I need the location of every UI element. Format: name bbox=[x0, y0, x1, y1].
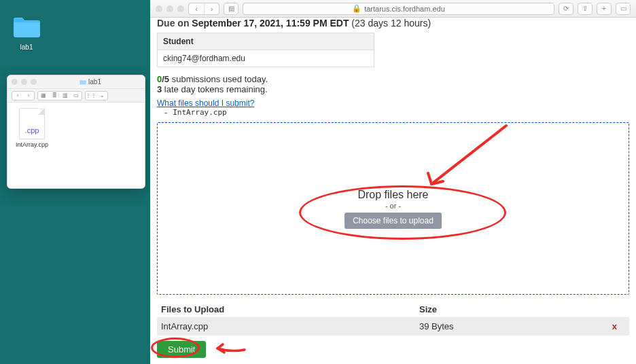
due-line: Due on September 17, 2021, 11:59 PM EDT … bbox=[157, 18, 629, 29]
address-bar[interactable]: 🔒 tartarus.cis.fordham.edu bbox=[243, 3, 554, 15]
cpp-file-icon: .cpp bbox=[19, 108, 45, 139]
student-value: cking74@fordham.edu bbox=[157, 50, 374, 67]
icon-view-icon[interactable]: ▦ bbox=[38, 92, 49, 100]
file-label: IntArray.cpp bbox=[13, 141, 51, 148]
page-content: Due on September 17, 2021, 11:59 PM EDT … bbox=[150, 18, 636, 364]
chevron-left-icon[interactable]: ‹ bbox=[12, 92, 23, 100]
choose-files-button[interactable]: Choose files to upload bbox=[344, 213, 442, 229]
reload-icon[interactable]: ⟳ bbox=[559, 3, 573, 15]
student-box: Student cking74@fordham.edu bbox=[157, 33, 374, 67]
chevron-right-icon[interactable]: › bbox=[23, 92, 34, 100]
finder-window: lab1 ‹ › ▦ ≣ ▥ ▭ ⋮⋮ ⌄ .cpp bbox=[7, 75, 145, 189]
col-header-size: Size bbox=[419, 304, 569, 314]
window-zoom-icon[interactable] bbox=[31, 79, 37, 85]
new-tab-icon[interactable]: + bbox=[597, 3, 612, 15]
student-header: Student bbox=[157, 33, 374, 50]
row-file-size: 39 Bytes bbox=[419, 321, 569, 331]
desktop-folder-label: lab1 bbox=[10, 43, 43, 51]
sidebar-toggle-icon[interactable]: ▤ bbox=[224, 3, 238, 15]
tabs-overview-icon[interactable]: ▭ bbox=[616, 3, 631, 15]
expected-file: - IntArray.cpp bbox=[164, 108, 629, 117]
finder-title-text: lab1 bbox=[88, 78, 101, 86]
finder-view-segment[interactable]: ▦ ≣ ▥ ▭ bbox=[37, 91, 82, 101]
window-close-icon[interactable] bbox=[156, 5, 162, 12]
desktop-folder-lab1[interactable]: lab1 bbox=[10, 16, 43, 51]
file-item-intarray[interactable]: .cpp IntArray.cpp bbox=[13, 108, 51, 148]
dropzone-title: Drop files here bbox=[357, 189, 428, 201]
desktop-background: lab1 lab1 ‹ › ▦ ≣ ▥ ▭ bbox=[0, 0, 150, 364]
safari-nav-segment[interactable]: ‹ › bbox=[188, 3, 219, 15]
folder-icon bbox=[12, 16, 41, 38]
window-minimize-icon[interactable] bbox=[21, 79, 27, 85]
dropzone-or: - or - bbox=[385, 202, 401, 210]
group-icon[interactable]: ⋮⋮ bbox=[86, 92, 96, 100]
help-link[interactable]: What files should I submit? bbox=[157, 98, 629, 108]
safari-window: ‹ › ▤ 🔒 tartarus.cis.fordham.edu ⟳ ⇪ + ▭… bbox=[150, 0, 636, 364]
table-row: IntArray.cpp 39 Bytes x bbox=[157, 317, 629, 335]
list-view-icon[interactable]: ≣ bbox=[49, 92, 60, 100]
safari-toolbar: ‹ › ▤ 🔒 tartarus.cis.fordham.edu ⟳ ⇪ + ▭ bbox=[150, 0, 636, 18]
forward-button[interactable]: › bbox=[204, 3, 219, 14]
window-close-icon[interactable] bbox=[12, 79, 18, 85]
dropzone[interactable]: Drop files here - or - Choose files to u… bbox=[157, 122, 629, 295]
files-table: Files to Upload Size IntArray.cpp 39 Byt… bbox=[157, 302, 629, 335]
folder-icon bbox=[80, 79, 86, 85]
column-view-icon[interactable]: ▥ bbox=[60, 92, 71, 100]
usage-lines: 0/5 submissions used today. 3 late day t… bbox=[157, 74, 629, 94]
lock-icon: 🔒 bbox=[352, 4, 361, 13]
finder-group-segment[interactable]: ⋮⋮ ⌄ bbox=[85, 91, 108, 101]
finder-toolbar: ‹ › ▦ ≣ ▥ ▭ ⋮⋮ ⌄ bbox=[7, 89, 145, 103]
url-text: tartarus.cis.fordham.edu bbox=[364, 5, 445, 13]
submit-button[interactable]: Submit bbox=[157, 341, 206, 358]
row-delete-button[interactable]: x bbox=[569, 321, 625, 331]
share-icon[interactable]: ⇪ bbox=[578, 3, 593, 15]
finder-body: .cpp IntArray.cpp bbox=[7, 103, 145, 153]
finder-titlebar[interactable]: lab1 bbox=[7, 75, 145, 89]
window-zoom-icon[interactable] bbox=[177, 5, 184, 12]
col-header-file: Files to Upload bbox=[161, 304, 419, 314]
row-file-name: IntArray.cpp bbox=[161, 321, 419, 331]
gallery-view-icon[interactable]: ▭ bbox=[71, 92, 82, 100]
chevron-down-icon[interactable]: ⌄ bbox=[96, 92, 107, 100]
back-button[interactable]: ‹ bbox=[189, 3, 204, 14]
window-minimize-icon[interactable] bbox=[166, 5, 173, 12]
finder-nav-segment[interactable]: ‹ › bbox=[12, 91, 35, 101]
